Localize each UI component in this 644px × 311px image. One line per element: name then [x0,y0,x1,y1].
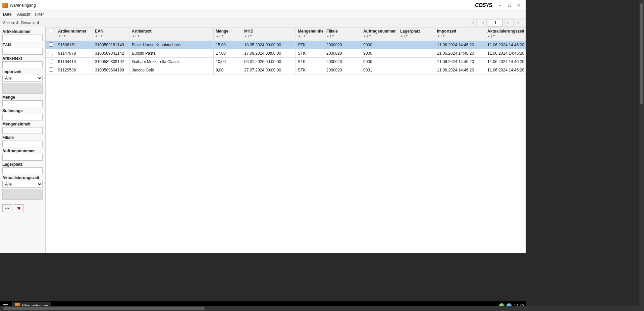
sort-desc-icon[interactable]: ▼ [63,34,66,38]
pager-next[interactable] [504,19,513,27]
sort-icons[interactable]: ▲|▼ [437,34,483,38]
table-cell: 11.06.2024 14:46:20 [485,41,526,49]
sort-icons[interactable]: ▲|▼ [244,34,293,38]
sort-icons[interactable]: ▲|▼ [298,34,322,38]
pager-prev[interactable] [478,19,487,27]
column-header[interactable]: Importzeit▲|▼ [435,28,485,41]
menu-filter[interactable]: Filter [35,12,44,17]
menu-ansicht[interactable]: Ansicht [17,12,30,17]
filter-input[interactable] [2,48,43,55]
sort-asc-icon[interactable]: ▲ [132,34,135,38]
pager-last[interactable] [514,19,523,27]
menu-datei[interactable]: Datei [3,12,12,17]
filter-label: Menge [2,95,43,100]
table-row[interactable]: 911295863100589604198Jacobs Gold9,0027.0… [46,66,526,74]
filter-input[interactable] [2,35,43,41]
sort-asc-icon[interactable]: ▲ [363,34,366,38]
filter-input[interactable] [2,100,43,107]
filter-label: Lagerplatz [2,162,43,167]
filter-label: Sollmenge [2,108,43,113]
sort-icons[interactable]: ▲|▼ [400,34,433,38]
column-header[interactable]: MHD▲|▼ [242,28,296,41]
page-scrollbar-horizontal[interactable] [0,306,644,311]
column-header[interactable]: Mengeneinheit▲|▼ [296,28,324,41]
sort-asc-icon[interactable]: ▲ [58,34,61,38]
row-checkbox[interactable] [49,42,53,47]
clear-button[interactable]: ✖ [14,204,24,212]
filter-input[interactable] [2,127,43,134]
filter-input[interactable] [2,141,43,147]
sort-icons[interactable]: ▲|▼ [326,34,359,38]
filter-select[interactable]: Alle [2,75,43,82]
sort-asc-icon[interactable]: ▲ [95,34,98,38]
sort-desc-icon[interactable]: ▼ [221,34,224,38]
column-header[interactable]: Menge▲|▼ [214,28,242,41]
table-row[interactable]: 911478783100589841142Buitoni Pasta17,001… [46,49,526,58]
sort-desc-icon[interactable]: ▼ [137,34,140,38]
app-icon [2,3,8,8]
maximize-button[interactable] [505,2,514,9]
page-scrollbar-vertical[interactable] [639,0,644,311]
sort-desc-icon[interactable]: ▼ [331,34,334,38]
sort-asc-icon[interactable]: ▲ [437,34,440,38]
sort-asc-icon[interactable]: ▲ [244,34,247,38]
sort-desc-icon[interactable]: ▼ [492,34,495,38]
table-cell: 11.06.2024 14:46:20 [435,49,485,58]
sort-desc-icon[interactable]: ▼ [405,34,408,38]
filter-input[interactable] [2,114,43,120]
column-header[interactable]: Auftragsnummer▲|▼ [361,28,398,41]
table-row[interactable]: 911044133100589308102Galbani Mozzarella … [46,58,526,66]
sort-icons[interactable]: ▲|▼ [95,34,127,38]
pager-first[interactable] [468,19,477,27]
minimize-button[interactable] [495,2,505,9]
table-content: Artikelnummer▲|▼EAN▲|▼Artikeltext▲|▼Meng… [46,27,526,253]
titlebar: Wareneingang COSYS [0,0,526,10]
table-cell: STK [296,58,324,66]
sort-desc-icon[interactable]: ▼ [442,34,445,38]
column-header[interactable]: Aktualisierungszeit▲|▼ [485,28,526,41]
filter-input[interactable] [2,154,43,161]
pager [468,19,523,27]
search-button[interactable]: 👀 [2,204,12,212]
close-button[interactable] [514,2,524,9]
row-checkbox[interactable] [49,67,53,72]
table-cell: 17,00 [214,49,242,58]
row-checkbox[interactable] [49,51,53,55]
pager-page-input[interactable] [488,19,503,27]
table-cell: 91147878 [56,49,93,58]
table-cell: 11.06.2024 14:46:20 [435,66,485,74]
table-cell: 11.06.2024 14:46:20 [435,41,485,49]
column-header[interactable]: Artikeltext▲|▼ [130,28,214,41]
sort-desc-icon[interactable]: ▼ [303,34,306,38]
sort-icons[interactable]: ▲|▼ [363,34,396,38]
select-all-checkbox[interactable] [49,29,53,33]
table-cell: 3100589841142 [93,49,130,58]
sort-icons[interactable]: ▲|▼ [487,34,526,38]
column-header[interactable]: Artikelnummer▲|▼ [56,28,93,41]
column-header[interactable]: Lagerplatz▲|▼ [398,28,435,41]
sort-asc-icon[interactable]: ▲ [487,34,490,38]
sort-asc-icon[interactable]: ▲ [400,34,403,38]
sort-desc-icon[interactable]: ▼ [249,34,252,38]
sort-asc-icon[interactable]: ▲ [326,34,329,38]
row-checkbox[interactable] [49,59,53,63]
sort-desc-icon[interactable]: ▼ [100,34,103,38]
sort-icons[interactable]: ▲|▼ [132,34,211,38]
table-cell: Buitoni Pasta [130,49,214,58]
filter-input[interactable] [2,167,43,174]
filter-select[interactable]: Alle [2,181,43,188]
sort-icons[interactable]: ▲|▼ [58,34,91,38]
sort-asc-icon[interactable]: ▲ [298,34,301,38]
column-header[interactable]: EAN▲|▼ [93,28,130,41]
filter-ghost [2,189,43,200]
filter-input[interactable] [2,61,43,68]
sort-desc-icon[interactable]: ▼ [368,34,371,38]
table-cell [398,58,435,66]
sort-icons[interactable]: ▲|▼ [216,34,240,38]
table-cell [398,41,435,49]
sort-asc-icon[interactable]: ▲ [216,34,219,38]
filter-label: Importzeit [2,69,43,74]
column-header[interactable]: Filiale▲|▼ [324,28,361,41]
table-cell: STK [296,66,324,74]
table-row[interactable]: 916061513100589181149Block House Knoblau… [46,41,526,49]
